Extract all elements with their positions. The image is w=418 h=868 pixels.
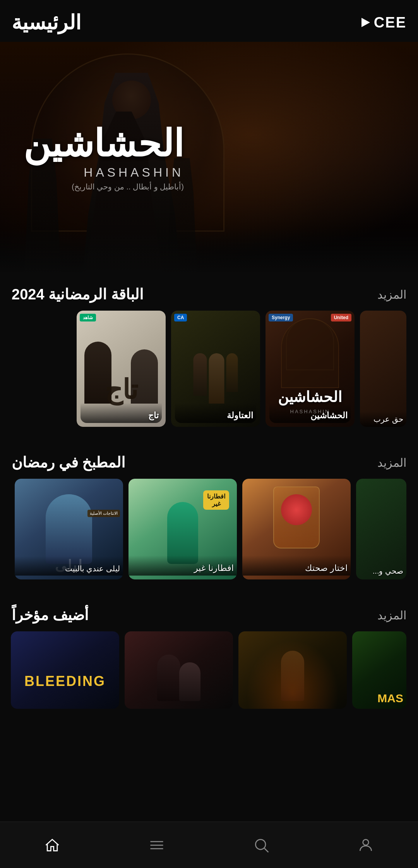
nav-item-profile[interactable] [346,833,386,858]
ataawla-label: العتاولة [175,403,256,423]
ca-badge: CA [174,314,187,321]
hero-banner[interactable]: الحشاشين HASHASHIN (أباطيل و أبطال .. من… [0,42,418,274]
section-header-ramadan: المزيد الباقة الرمضانية 2024 [8,286,410,303]
card-taj[interactable]: شاهد تاج تاج [77,311,166,427]
fire-glow [238,631,347,709]
hero-title-arabic: الحشاشين [23,125,184,162]
recent-section-title: أضيف مؤخراً [12,607,89,624]
hero-gradient [0,228,418,274]
card-haq-arab[interactable]: حق عرب [360,311,406,427]
hashashin-badges: Synergy [269,314,293,321]
ataawla-figures [194,353,238,404]
search-icon [253,837,270,854]
christmas-text: MAS [352,692,406,705]
iftaruna-label: افطارنا غير [128,555,237,576]
list-icon [148,837,165,854]
ikhtiyar-label: اختار صحتك [242,555,351,576]
svg-point-1 [255,839,266,849]
shahid-badge: شاهد [80,314,96,321]
play-icon [361,18,370,27]
svg-point-0 [363,839,369,845]
nav-item-menu[interactable] [137,833,177,858]
card-bleeding[interactable]: BLEEDING [11,631,119,709]
ramadan-section-title: الباقة الرمضانية 2024 [12,286,144,303]
section-header-recent: المزيد أضيف مؤخراً [8,607,410,624]
svg-line-2 [264,848,268,852]
hashashin-arch [281,318,339,388]
synergy-badge: Synergy [269,314,293,321]
bleeding-text: BLEEDING [11,673,119,689]
header: CEE الرئيسية [0,0,418,42]
romance-figure1 [157,655,180,701]
hero-subtitle: (أباطيل و أبطال .. من وحي التاريخ) [23,182,184,191]
sahy-label: صحي و... [356,566,406,576]
iftaruna-badge: افطارناغير [203,490,229,510]
page-title: الرئيسية [12,11,81,34]
bottom-nav [0,822,418,868]
kitchen-more-link[interactable]: المزيد [377,456,406,469]
ramadan-cards-row: حق عرب Synergy United الحشاشين [8,311,410,431]
card-ikhtiyar[interactable]: اختار صحتك [242,479,351,579]
section-kitchen-ramadan: المزيد المطبخ في رمضان صحي و... اختار صح… [0,442,418,587]
hero-logo-text: الحشاشين HASHASHIN (أباطيل و أبطال .. من… [23,125,184,191]
logo[interactable]: CEE [361,14,406,31]
card-iftaruna[interactable]: افطارناغير افطارنا غير [128,479,237,579]
card-layla[interactable]: ليلى الانتاجات الأصلية ليلى عندي بالبيت [15,479,123,579]
content-area: المزيد الباقة الرمضانية 2024 حق عرب Syne… [0,274,418,771]
nav-item-home[interactable] [32,833,72,858]
original-badge: الانتاجات الأصلية [87,510,120,517]
kitchen-section-title: المطبخ في رمضان [12,454,125,471]
logo-text: CEE [374,14,406,31]
card-sahy[interactable]: صحي و... [356,479,406,579]
taj-logo: تاج [77,374,166,406]
woman-figure [167,502,198,564]
card-hashashin[interactable]: Synergy United الحشاشين HASHASHIN الحشاش… [266,311,355,427]
section-recently-added: المزيد أضيف مؤخراً MAS [0,595,418,717]
fruit-visual [281,494,312,525]
romance-figure2 [179,662,200,701]
section-ramadan-package: المزيد الباقة الرمضانية 2024 حق عرب Syne… [0,274,418,435]
section-header-kitchen: المزيد المطبخ في رمضان [8,454,410,471]
layla-figure [46,494,92,564]
person-icon [357,837,374,854]
card-romance[interactable] [125,631,233,709]
hashashin-label: الحشاشين [269,403,351,423]
card-war[interactable] [238,631,347,709]
united-badge: United [331,314,351,321]
card-ataawla[interactable]: CA العتاولة [171,311,260,427]
layla-label: ليلى عندي بالبيت [15,556,123,576]
ramadan-more-link[interactable]: المزيد [377,288,406,301]
hero-title-latin: HASHASHIN [23,165,184,180]
kitchen-cards-row: صحي و... اختار صحتك افطارناغير افطا [8,479,410,583]
card-christmas[interactable]: MAS [352,631,406,709]
haq-label: حق عرب [360,411,406,427]
recent-more-link[interactable]: المزيد [377,608,406,622]
taj-label: تاج [81,403,162,423]
home-icon [44,837,61,854]
recent-cards-row: MAS [8,631,410,713]
nav-item-search[interactable] [241,833,281,858]
